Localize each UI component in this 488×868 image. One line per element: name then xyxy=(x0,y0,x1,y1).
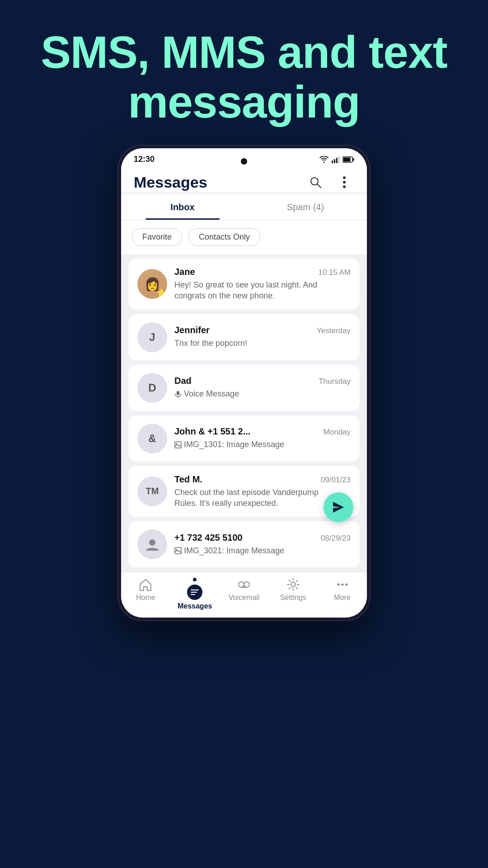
svg-rect-2 xyxy=(336,158,338,163)
status-time: 12:30 xyxy=(134,155,155,164)
status-icons xyxy=(319,156,354,163)
status-bar: 12:30 xyxy=(121,148,367,168)
message-preview: IMG_3021: Image Message xyxy=(174,545,328,556)
signal-icon xyxy=(332,156,340,163)
wifi-icon xyxy=(319,156,329,163)
message-header: John & +1 551 2... Monday xyxy=(174,426,351,437)
message-content: John & +1 551 2... Monday IMG_1301: Imag… xyxy=(174,426,351,450)
nav-item-messages[interactable]: Messages xyxy=(170,578,220,610)
phone-screen: 12:30 xyxy=(121,148,367,618)
svg-point-11 xyxy=(343,185,346,188)
nav-label-voicemail: Voicemail xyxy=(229,594,259,602)
home-icon xyxy=(139,578,152,591)
message-item[interactable]: J Jennifer Yesterday Tnx for the popcorn… xyxy=(128,314,360,360)
message-header: +1 732 425 5100 08/29/23 xyxy=(174,533,351,543)
filter-row: Favorite Contacts Only xyxy=(121,220,367,254)
header-icons xyxy=(305,172,354,192)
bottom-nav: Home Messages Voicemail xyxy=(121,572,367,618)
message-item[interactable]: D Dad Thursday V xyxy=(128,365,360,411)
compose-button[interactable] xyxy=(324,492,353,522)
avatar: TM xyxy=(137,476,167,506)
contact-name: Ted M. xyxy=(174,474,202,485)
message-header: Dad Thursday xyxy=(174,376,351,386)
svg-point-26 xyxy=(345,584,347,586)
image-icon xyxy=(174,441,182,448)
tabs-bar: Inbox Spam (4) xyxy=(121,195,367,220)
message-header: Jane 10:15 AM xyxy=(174,267,351,277)
image-icon xyxy=(174,547,182,554)
nav-item-voicemail[interactable]: Voicemail xyxy=(220,578,269,610)
avatar-initials: J xyxy=(149,331,155,344)
message-preview: Voice Message xyxy=(174,388,328,399)
avatar: & xyxy=(137,424,167,453)
svg-line-8 xyxy=(317,184,321,188)
message-content: Jennifer Yesterday Tnx for the popcorn! xyxy=(174,325,351,349)
more-horiz-icon xyxy=(336,578,349,591)
avatar-initials: & xyxy=(148,432,156,445)
messages-icon xyxy=(187,585,202,600)
battery-icon xyxy=(343,156,354,163)
app-title: Messages xyxy=(134,174,207,191)
svg-rect-6 xyxy=(343,157,351,161)
message-preview: Tnx for the popcorn! xyxy=(174,338,328,349)
contact-name: Jane xyxy=(174,267,195,277)
contact-name: +1 732 425 5100 xyxy=(174,533,243,543)
svg-point-25 xyxy=(341,584,343,586)
more-options-button[interactable] xyxy=(334,172,354,192)
avatar-initials: TM xyxy=(146,486,159,496)
message-item[interactable]: +1 732 425 5100 08/29/23 IMG_3021: Image… xyxy=(128,521,360,567)
message-preview: Hey! So great to see you last night. And… xyxy=(174,279,328,302)
tab-inbox[interactable]: Inbox xyxy=(121,195,244,220)
avatar xyxy=(137,529,167,559)
filter-contacts-only[interactable]: Contacts Only xyxy=(188,228,260,246)
more-vert-icon xyxy=(343,176,346,189)
contact-name: Dad xyxy=(174,376,192,386)
nav-label-settings: Settings xyxy=(280,594,306,602)
message-preview: Check out the last episode Vanderpump Ru… xyxy=(174,487,328,509)
filter-favorite[interactable]: Favorite xyxy=(132,228,182,246)
svg-point-20 xyxy=(239,582,244,587)
nav-item-more[interactable]: More xyxy=(318,578,367,610)
active-indicator xyxy=(193,578,197,581)
message-time: 08/29/23 xyxy=(321,534,351,543)
send-icon xyxy=(331,500,346,514)
svg-point-24 xyxy=(337,584,339,586)
voicemail-icon xyxy=(237,578,251,591)
tab-spam[interactable]: Spam (4) xyxy=(244,195,367,220)
svg-point-21 xyxy=(244,582,249,587)
message-item[interactable]: & John & +1 551 2... Monday xyxy=(128,415,360,462)
svg-rect-3 xyxy=(338,156,340,163)
avatar: D xyxy=(137,373,167,403)
messages-container: 👩 ⭐ Jane 10:15 AM Hey! So great to see y… xyxy=(121,254,367,572)
message-time: 09/01/23 xyxy=(321,476,351,485)
message-preview: IMG_1301: Image Message xyxy=(174,439,328,450)
nav-item-home[interactable]: Home xyxy=(121,578,170,610)
contact-name: John & +1 551 2... xyxy=(174,426,250,437)
contact-name: Jennifer xyxy=(174,325,210,335)
nav-label-home: Home xyxy=(136,594,155,602)
svg-point-16 xyxy=(149,539,155,546)
message-item[interactable]: 👩 ⭐ Jane 10:15 AM Hey! So great to see y… xyxy=(128,259,360,310)
svg-rect-12 xyxy=(177,391,179,395)
search-icon xyxy=(309,176,322,189)
search-button[interactable] xyxy=(305,172,325,192)
message-time: 10:15 AM xyxy=(318,268,351,277)
message-time: Monday xyxy=(324,428,351,437)
phone-mockup: 12:30 xyxy=(117,145,371,621)
message-content: Jane 10:15 AM Hey! So great to see you l… xyxy=(174,267,351,302)
avatar: J xyxy=(137,322,167,352)
message-time: Yesterday xyxy=(317,326,351,335)
svg-rect-5 xyxy=(353,158,354,161)
unknown-contact-icon xyxy=(144,536,160,552)
hero-title: SMS, MMS and text messaging xyxy=(0,0,488,145)
nav-item-settings[interactable]: Settings xyxy=(268,578,318,610)
message-time: Thursday xyxy=(319,377,351,386)
svg-rect-1 xyxy=(334,159,335,163)
message-header: Ted M. 09/01/23 xyxy=(174,474,351,485)
messages-list: 👩 ⭐ Jane 10:15 AM Hey! So great to see y… xyxy=(121,254,367,572)
message-content: +1 732 425 5100 08/29/23 IMG_3021: Image… xyxy=(174,533,351,556)
avatar-initials: D xyxy=(148,382,156,394)
nav-label-more: More xyxy=(334,594,350,602)
message-content: Dad Thursday Voice Message xyxy=(174,376,351,399)
settings-icon xyxy=(286,578,300,591)
